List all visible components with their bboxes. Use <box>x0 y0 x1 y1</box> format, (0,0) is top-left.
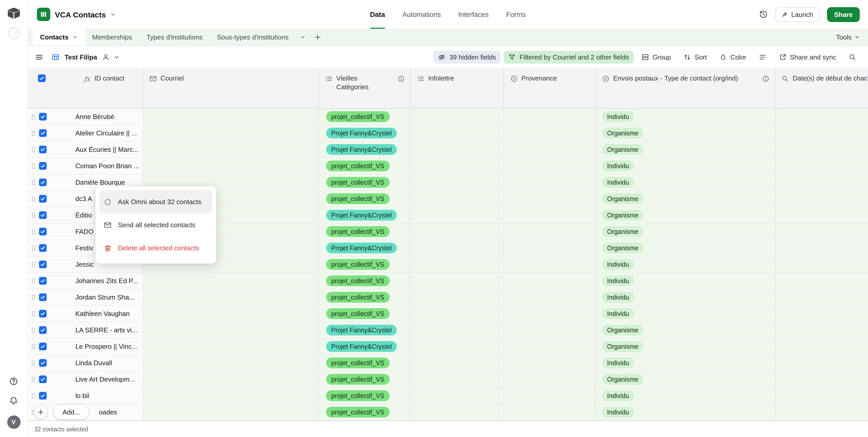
group-button[interactable]: Group <box>637 51 676 63</box>
cell-vieilles-categories[interactable]: projet_collectif_VS <box>319 158 411 174</box>
cell-date-debut[interactable] <box>775 289 868 305</box>
chevron-down-icon[interactable] <box>111 11 116 17</box>
cell-date-debut[interactable] <box>775 388 868 404</box>
cell-date-debut[interactable] <box>775 158 868 174</box>
cell-infolettre[interactable] <box>411 174 504 190</box>
chevron-down-icon[interactable] <box>114 54 120 60</box>
cell-provenance[interactable] <box>504 322 596 338</box>
cell-vieilles-categories[interactable]: projet_collectif_VS <box>319 306 411 322</box>
cell-envois-postaux[interactable]: Organisme <box>596 191 775 207</box>
cell-envois-postaux[interactable]: Individu <box>596 289 775 305</box>
row-checkbox[interactable] <box>39 146 46 153</box>
cell-date-debut[interactable] <box>775 404 868 420</box>
row-name-cell[interactable]: Coman Poon Brian ... <box>28 158 143 174</box>
row-name-cell[interactable]: LA SERRE - arts vi... <box>28 322 143 338</box>
menu-item-delete-all-selected-contacts[interactable]: Delete all selected contacts <box>99 236 212 260</box>
column-header-courriel[interactable]: Courriel <box>143 68 319 108</box>
cell-infolettre[interactable] <box>411 273 504 289</box>
row-name-cell[interactable]: Le Prospero || Vinc... <box>28 339 143 354</box>
cell-provenance[interactable] <box>504 339 596 354</box>
cell-courriel[interactable] <box>143 388 319 404</box>
cell-infolettre[interactable] <box>411 322 504 338</box>
row-name-cell[interactable]: Jordan Strum Sha... <box>28 289 143 305</box>
cell-vieilles-categories[interactable]: Projet Fanny&Crystel <box>319 240 411 256</box>
tools-menu[interactable]: Tools <box>836 29 868 46</box>
cell-vieilles-categories[interactable]: projet_collectif_VS <box>319 109 411 125</box>
row-checkbox[interactable] <box>39 195 46 203</box>
cell-envois-postaux[interactable]: Organisme <box>596 240 775 256</box>
cell-vieilles-categories[interactable]: projet_collectif_VS <box>319 257 411 272</box>
row-name-cell[interactable]: Linda Duvall <box>28 355 143 371</box>
cell-envois-postaux[interactable]: Organisme <box>596 142 775 157</box>
cell-provenance[interactable] <box>504 371 596 387</box>
cell-courriel[interactable] <box>143 109 319 125</box>
cell-infolettre[interactable] <box>411 339 504 354</box>
history-icon[interactable] <box>759 10 768 19</box>
cell-infolettre[interactable] <box>411 224 504 239</box>
launch-button[interactable]: Launch <box>775 7 819 22</box>
row-name-cell[interactable]: Aux Écuries || Marc... <box>28 142 143 157</box>
cell-provenance[interactable] <box>504 273 596 289</box>
base-title-block[interactable]: VCA Contacts <box>28 8 116 21</box>
sort-button[interactable]: Sort <box>679 51 711 63</box>
cell-envois-postaux[interactable]: Individu <box>596 158 775 174</box>
cell-date-debut[interactable] <box>775 257 868 272</box>
tab-contacts[interactable]: Contacts <box>33 29 85 46</box>
filter-button[interactable]: Filtered by Courriel and 2 other fields <box>504 51 633 63</box>
cell-provenance[interactable] <box>504 306 596 322</box>
column-header-infolettre[interactable]: Infolettre <box>411 68 504 108</box>
cell-date-debut[interactable] <box>775 207 868 223</box>
cell-envois-postaux[interactable]: Individu <box>596 388 775 404</box>
cell-date-debut[interactable] <box>775 273 868 289</box>
row-checkbox[interactable] <box>39 244 46 252</box>
tab-overflow-chevron-icon[interactable] <box>296 29 310 46</box>
cell-provenance[interactable] <box>504 158 596 174</box>
tab-sous-types-d-institutions[interactable]: Sous-types d'institutions <box>210 29 296 46</box>
cell-infolettre[interactable] <box>411 257 504 272</box>
column-header-vieilles-cat-gories[interactable]: Vieilles Catégories <box>319 68 411 108</box>
menu-item-ask-omni-about-32-contacts[interactable]: Ask Omni about 32 contacts <box>99 190 212 213</box>
row-name-cell[interactable]: Anne Bérubé <box>28 109 143 125</box>
row-name-cell[interactable]: lo bil <box>28 388 143 404</box>
row-checkbox[interactable] <box>39 228 46 235</box>
cell-vieilles-categories[interactable]: Projet Fanny&Crystel <box>319 125 411 141</box>
cell-vieilles-categories[interactable]: projet_collectif_VS <box>319 289 411 305</box>
cell-provenance[interactable] <box>504 404 596 420</box>
cell-courriel[interactable] <box>143 355 319 371</box>
cell-date-debut[interactable] <box>775 306 868 322</box>
cell-infolettre[interactable] <box>411 158 504 174</box>
cell-envois-postaux[interactable]: Individu <box>596 306 775 322</box>
cell-courriel[interactable] <box>143 142 319 157</box>
cell-provenance[interactable] <box>504 257 596 272</box>
cell-envois-postaux[interactable]: Organisme <box>596 339 775 354</box>
cell-provenance[interactable] <box>504 355 596 371</box>
row-checkbox[interactable] <box>39 113 46 120</box>
cell-provenance[interactable] <box>504 207 596 223</box>
cell-vieilles-categories[interactable]: Projet Fanny&Crystel <box>319 207 411 223</box>
cell-date-debut[interactable] <box>775 322 868 338</box>
help-icon[interactable] <box>9 377 19 386</box>
column-header-date-s-de-d-but-de-chac[interactable]: Date(s) de début de chac <box>775 68 868 108</box>
cell-vieilles-categories[interactable]: projet_collectif_VS <box>319 355 411 371</box>
row-checkbox[interactable] <box>39 277 46 285</box>
cell-date-debut[interactable] <box>775 224 868 239</box>
share-and-sync-button[interactable]: Share and sync <box>774 51 841 63</box>
column-header-id-contact[interactable]: ƒxID contact <box>28 68 143 108</box>
cell-vieilles-categories[interactable]: projet_collectif_VS <box>319 404 411 420</box>
cell-courriel[interactable] <box>143 158 319 174</box>
cell-envois-postaux[interactable]: Individu <box>596 273 775 289</box>
cell-courriel[interactable] <box>143 339 319 354</box>
cell-provenance[interactable] <box>504 109 596 125</box>
workspace-avatar[interactable] <box>8 28 19 39</box>
nav-data[interactable]: Data <box>370 0 385 29</box>
cell-provenance[interactable] <box>504 289 596 305</box>
cell-envois-postaux[interactable]: Individu <box>596 404 775 420</box>
cell-infolettre[interactable] <box>411 207 504 223</box>
row-checkbox[interactable] <box>39 359 46 367</box>
cell-courriel[interactable] <box>143 273 319 289</box>
cell-infolettre[interactable] <box>411 355 504 371</box>
airtable-logo-icon[interactable] <box>7 7 20 20</box>
row-checkbox[interactable] <box>39 178 46 186</box>
column-header-envois-postaux-type-de-contact-org-ind[interactable]: Envois postaux - Type de contact (org/in… <box>596 68 775 108</box>
row-name-cell[interactable]: Atelier Circulaire || ... <box>28 125 143 141</box>
